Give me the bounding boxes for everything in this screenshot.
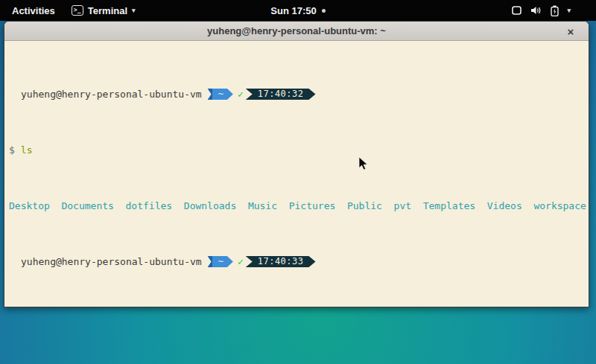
clock-label: Sun 17:50 xyxy=(270,5,316,16)
system-status-menu[interactable]: ▾ xyxy=(511,5,596,16)
top-bar: Activities >_ Terminal ▾ Sun 17:50 ▾ xyxy=(0,0,596,21)
cwd-label: ~ xyxy=(212,89,233,100)
prompt-timestamp: 17:40:32 xyxy=(246,89,316,100)
volume-icon xyxy=(530,5,542,16)
activities-button[interactable]: Activities xyxy=(9,4,58,18)
chevron-down-icon: ▾ xyxy=(132,7,136,14)
terminal-content[interactable]: yuheng@henry-personal-ubuntu-vm ~ ✓ 17:4… xyxy=(4,41,589,307)
powerline-cwd-segment: ~ xyxy=(208,256,233,267)
mouse-cursor-icon xyxy=(358,156,368,170)
app-menu-terminal[interactable]: >_ Terminal ▾ xyxy=(72,5,136,16)
status-check-icon: ✓ xyxy=(238,256,244,267)
command-line: $ ls xyxy=(9,144,589,156)
close-button[interactable]: × xyxy=(563,24,578,39)
terminal-window: yuheng@henry-personal-ubuntu-vm: ~ × yuh… xyxy=(4,21,589,307)
chevron-down-icon: ▾ xyxy=(567,7,571,14)
cwd-label: ~ xyxy=(212,256,233,267)
ls-output-line: Desktop Documents dotfiles Downloads Mus… xyxy=(9,200,589,211)
notification-dot-icon xyxy=(322,9,326,13)
typed-command: ls xyxy=(21,144,33,156)
prompt-timestamp: 17:40:33 xyxy=(246,256,316,267)
status-check-icon: ✓ xyxy=(238,89,244,100)
prompt-line-1: yuheng@henry-personal-ubuntu-vm ~ ✓ 17:4… xyxy=(9,89,589,100)
network-wired-icon xyxy=(511,5,522,16)
prompt-host: yuheng@henry-personal-ubuntu-vm xyxy=(21,256,202,267)
prompt-host: yuheng@henry-personal-ubuntu-vm xyxy=(21,89,202,100)
window-title: yuheng@henry-personal-ubuntu-vm: ~ xyxy=(207,25,386,36)
prompt-sign: $ xyxy=(9,144,15,156)
prompt-line-2: yuheng@henry-personal-ubuntu-vm ~ ✓ 17:4… xyxy=(9,256,589,267)
powerline-cwd-segment: ~ xyxy=(208,89,233,100)
terminal-app-icon: >_ xyxy=(72,5,83,16)
battery-charging-icon xyxy=(551,5,559,16)
window-titlebar[interactable]: yuheng@henry-personal-ubuntu-vm: ~ × xyxy=(4,22,589,41)
app-menu-label: Terminal xyxy=(88,5,127,16)
